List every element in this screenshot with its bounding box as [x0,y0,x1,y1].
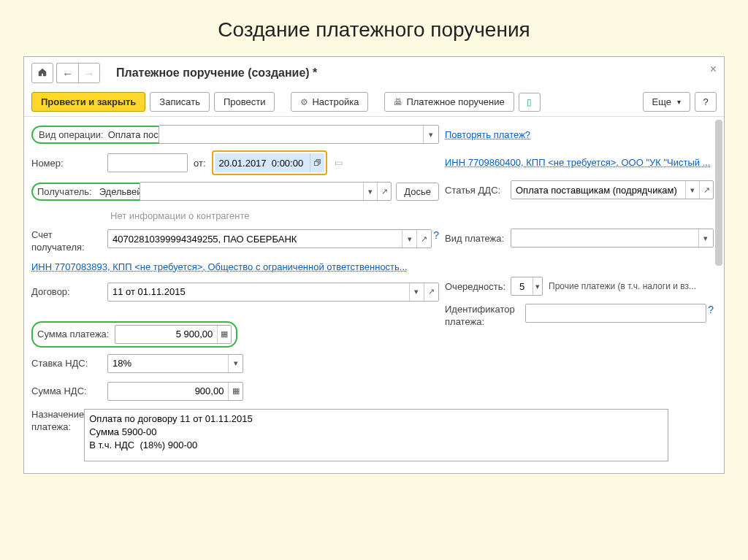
contract-label: Договор: [31,286,107,297]
priority-field[interactable]: ▾ [511,277,543,296]
amount-field[interactable]: ▦ [115,325,232,344]
account-input[interactable] [108,230,402,248]
contract-open[interactable]: ↗ [424,283,438,301]
calendar-icon[interactable]: 🗇 [310,153,324,172]
document-icon: ▯ [527,97,532,107]
our-org-link[interactable]: ИНН 7709860400, КПП <не требуется>, ООО … [445,157,711,168]
vat-sum-input[interactable] [108,383,228,400]
account-open[interactable]: ↗ [416,230,431,248]
number-input[interactable] [108,154,187,172]
contract-input[interactable] [108,283,409,301]
dds-field[interactable]: ▾ ↗ [511,180,714,199]
vat-rate-label: Ставка НДС: [31,358,107,369]
priority-input[interactable] [511,277,533,295]
contract-field[interactable]: ▾ ↗ [107,283,439,302]
identifier-field[interactable] [525,304,706,323]
forward-button[interactable]: → [78,63,100,83]
op-type-dropdown[interactable]: ▾ [423,126,438,143]
scrollbar[interactable] [715,120,722,473]
form-area: Вид операции: Оплата поставщику ▾ Номер:… [24,120,724,473]
vat-sum-label: Сумма НДС: [31,386,107,396]
account-field[interactable]: ▾ ↗ [107,229,432,248]
vat-rate-input[interactable] [108,355,228,372]
right-column: Повторять платеж? ИНН 7709860400, КПП <н… [439,123,714,466]
home-icon [37,67,47,80]
settings-button[interactable]: ⚙ Настройка [291,92,368,112]
close-icon: × [710,63,717,75]
recipient-field[interactable]: ▾ ↗ [140,182,392,201]
from-label: от: [194,158,206,169]
post-button[interactable]: Провести [214,92,275,112]
number-label: Номер: [31,158,107,169]
calc-icon[interactable]: ▦ [217,326,231,343]
priority-desc: Прочие платежи (в т.ч. налоги и вз... [549,281,696,291]
identifier-input[interactable] [526,304,706,322]
chevron-down-icon: ▾ [677,98,681,106]
dds-dropdown[interactable]: ▾ [685,181,699,199]
settings-label: Настройка [312,96,359,107]
paytype-label: Вид платежа: [445,233,511,244]
identifier-help[interactable]: ? [708,304,714,315]
payment-doc-button[interactable]: 🖶 Платежное поручение [384,92,514,112]
vat-rate-dropdown[interactable]: ▾ [228,355,243,372]
op-type-field[interactable]: ▾ [159,125,439,144]
more-button[interactable]: Еще ▾ [643,92,690,112]
dossier-button[interactable]: Досье [396,183,439,201]
payer-org-link[interactable]: ИНН 7707083893, КПП <не требуется>, Обще… [31,261,408,272]
contract-dropdown[interactable]: ▾ [409,283,424,301]
post-and-close-button[interactable]: Провести и закрыть [31,92,145,112]
attach-button[interactable]: ▯ [519,93,541,112]
date-field[interactable]: 🗇 [215,153,324,172]
recipient-dropdown[interactable]: ▾ [363,183,377,200]
paytype-field[interactable]: ▾ [511,229,714,248]
back-button[interactable]: ← [56,63,78,83]
op-type-label: Вид операции: [39,129,104,140]
priority-label: Очередность: [445,281,511,292]
vat-sum-field[interactable]: ▦ [107,382,243,401]
arrow-left-icon: ← [62,67,73,80]
dds-input[interactable] [511,181,685,199]
identifier-label: Идентификатор платежа: [445,304,525,329]
paydoc-label: Платежное поручение [406,96,504,107]
slide-title: Создание платежного поручения [0,0,748,56]
dds-label: Статья ДДС: [445,185,511,196]
amount-label: Сумма платежа: [37,329,109,340]
gear-icon: ⚙ [300,97,308,107]
topbar: ← → Платежное поручение (создание) * × [24,57,724,88]
vat-rate-field[interactable]: ▾ [107,354,243,373]
window-title: Платежное поручение (создание) * [116,66,317,80]
number-field[interactable] [107,153,188,172]
left-column: Вид операции: Оплата поставщику ▾ Номер:… [31,123,439,466]
date-highlight: 🗇 [212,150,327,175]
purpose-label: Назначение платежа: [31,409,84,434]
recipient-label: Получатель: [37,186,92,197]
toolbar: Провести и закрыть Записать Провести ⚙ Н… [24,88,724,117]
account-dropdown[interactable]: ▾ [402,230,416,248]
home-button[interactable] [31,63,53,83]
recipient-open[interactable]: ↗ [377,183,391,200]
counterparty-info: Нет информации о контрагенте [107,210,250,221]
help-button[interactable]: ? [695,92,717,112]
paytype-dropdown[interactable]: ▾ [698,229,713,247]
account-help[interactable]: ? [433,229,439,241]
calc-icon-2[interactable]: ▦ [228,383,243,400]
account-label: Счет получателя: [31,229,107,254]
dds-open[interactable]: ↗ [699,181,713,199]
close-button[interactable]: × [710,63,717,76]
note-icon[interactable]: ▭ [335,158,343,168]
priority-dropdown[interactable]: ▾ [533,277,542,295]
arrow-right-icon: → [84,67,95,80]
printer-icon: 🖶 [394,97,402,107]
amount-highlight: Сумма платежа: ▦ [31,321,237,348]
app-window: ← → Платежное поручение (создание) * × П… [23,56,725,474]
paytype-input[interactable] [511,229,698,247]
save-button[interactable]: Записать [150,92,210,112]
more-label: Еще [652,96,671,107]
repeat-payment-link[interactable]: Повторять платеж? [445,129,530,140]
date-input[interactable] [215,153,310,172]
amount-input[interactable] [115,326,217,343]
